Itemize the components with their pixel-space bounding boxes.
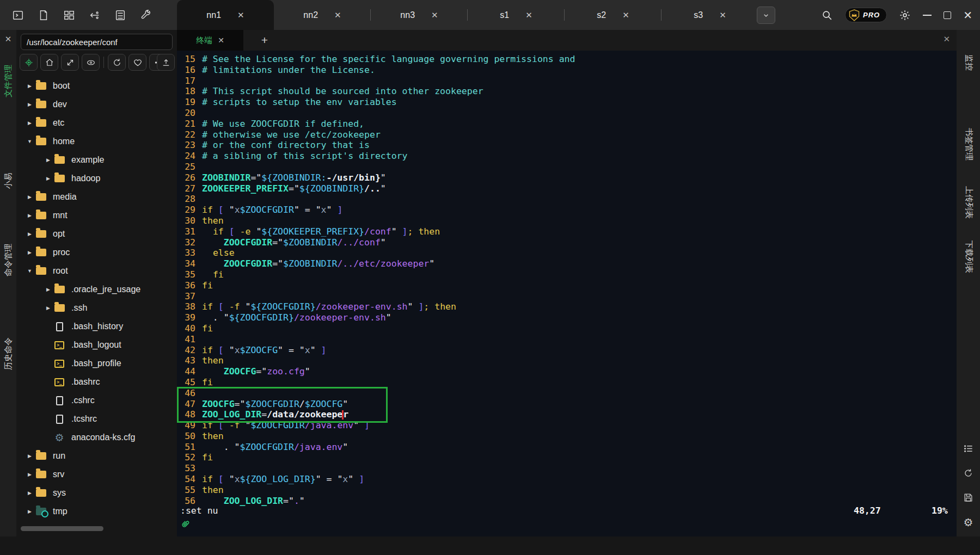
tree-item-.oracle_jre_usage[interactable]: ▶.oracle_jre_usage	[16, 280, 177, 299]
tree-expand-arrow[interactable]: ▶	[25, 453, 34, 459]
tree-item-label: sys	[53, 488, 66, 498]
tab-nn1[interactable]: nn1✕	[177, 0, 274, 30]
tree-item-boot[interactable]: ▶boot	[16, 77, 177, 95]
settings-button[interactable]	[899, 9, 911, 21]
right-strip-tab-3[interactable]: 上传列表	[963, 186, 973, 219]
maximize-button[interactable]	[944, 11, 951, 19]
tree-expand-arrow[interactable]: ▶	[25, 490, 34, 496]
tree-item-opt[interactable]: ▶opt	[16, 225, 177, 243]
new-terminal-tab-button[interactable]: +	[258, 33, 272, 47]
tab-close-icon[interactable]: ✕	[237, 10, 244, 20]
tree-item-.tcshrc[interactable]: .tcshrc	[16, 410, 177, 428]
layout-button[interactable]	[62, 8, 76, 22]
minimize-button[interactable]	[923, 15, 932, 16]
tree-item-label: dev	[53, 100, 67, 109]
left-strip-tab-2[interactable]: 小易	[3, 172, 14, 189]
attachment-icon[interactable]	[181, 520, 192, 533]
tree-item-media[interactable]: ▶media	[16, 188, 177, 206]
tab-dropdown-button[interactable]	[757, 7, 775, 24]
tree-expand-arrow[interactable]: ▶	[25, 194, 34, 200]
code-line-24: 24# a sibling of this script's directory	[177, 151, 957, 162]
tree-item-.bash_profile[interactable]: >_.bash_profile	[16, 354, 177, 373]
terminal-tab[interactable]: 终端 ✕	[177, 30, 243, 51]
file-button[interactable]	[36, 8, 51, 22]
vim-command-line: :set nu	[180, 505, 218, 516]
search-button[interactable]	[821, 9, 833, 21]
right-strip-tab-2[interactable]: 书签管理	[963, 128, 973, 161]
left-strip-tab-3[interactable]: 命令管理	[3, 244, 14, 276]
left-sidebar-close-icon[interactable]: ✕	[0, 34, 16, 44]
code-line-17: 17	[177, 76, 957, 87]
sidebar-settings-button[interactable]: ⚙	[957, 517, 980, 528]
tree-item-tmp[interactable]: ▶tmp	[16, 502, 177, 521]
left-strip-tab-4[interactable]: 历史命令	[3, 337, 14, 370]
tree-expand-arrow[interactable]: ▼	[25, 268, 34, 274]
code-line-35: 35 fi	[177, 269, 957, 280]
new-terminal-button[interactable]	[11, 8, 25, 22]
tree-expand-arrow[interactable]: ▶	[25, 509, 34, 514]
tree-expand-arrow[interactable]: ▶	[25, 213, 34, 218]
tree-item-etc[interactable]: ▶etc	[16, 114, 177, 132]
tree-expand-arrow[interactable]: ▶	[44, 305, 53, 311]
save-button[interactable]	[957, 492, 980, 503]
upload-button[interactable]	[157, 54, 175, 71]
tree-item-proc[interactable]: ▶proc	[16, 243, 177, 262]
tree-item-.bashrc[interactable]: >_.bashrc	[16, 373, 177, 391]
tab-close-icon[interactable]: ✕	[719, 10, 726, 20]
tree-expand-arrow[interactable]: ▶	[25, 231, 34, 237]
tree-expand-arrow[interactable]: ▶	[25, 120, 34, 126]
tree-item-home[interactable]: ▼home	[16, 132, 177, 151]
right-strip-tab-1[interactable]: 监控	[963, 54, 973, 71]
pro-badge[interactable]: PRO	[845, 8, 887, 22]
tab-nn2[interactable]: nn2✕	[274, 0, 371, 30]
tree-item-anaconda-ks.cfg[interactable]: ⚙anaconda-ks.cfg	[16, 428, 177, 447]
tree-item-dev[interactable]: ▶dev	[16, 95, 177, 114]
tree-expand-arrow[interactable]: ▶	[25, 472, 34, 477]
tree-item-mnt[interactable]: ▶mnt	[16, 206, 177, 225]
task-list-button[interactable]	[957, 443, 980, 454]
horizontal-scrollbar[interactable]	[21, 526, 103, 531]
tree-item-.cshrc[interactable]: .cshrc	[16, 391, 177, 410]
tree-item-sys[interactable]: ▶sys	[16, 484, 177, 502]
terminal-panel-close-icon[interactable]: ✕	[943, 34, 950, 44]
tree-item-root[interactable]: ▼root	[16, 262, 177, 280]
close-button[interactable]: ✕	[963, 10, 972, 21]
tab-close-icon[interactable]: ✕	[525, 10, 532, 20]
tab-s3[interactable]: s3✕	[661, 0, 758, 30]
path-input[interactable]	[21, 34, 173, 50]
tree-expand-arrow[interactable]: ▶	[44, 287, 53, 292]
vim-editor[interactable]: 15# See the License for the specific lan…	[177, 54, 957, 506]
tree-expand-arrow[interactable]: ▶	[25, 102, 34, 107]
remote-connect-button[interactable]	[88, 8, 102, 22]
right-strip-tab-4[interactable]: 下载列表	[963, 240, 973, 273]
left-strip-tab-1[interactable]: 文件管理	[3, 65, 14, 97]
tab-nn3[interactable]: nn3✕	[371, 0, 468, 30]
sync-button[interactable]	[957, 468, 980, 478]
tree-expand-arrow[interactable]: ▼	[25, 139, 34, 144]
tree-expand-arrow[interactable]: ▶	[25, 83, 34, 89]
terminal-tab-close-icon[interactable]: ✕	[218, 36, 224, 45]
tab-close-icon[interactable]: ✕	[334, 10, 341, 20]
tree-item-.bash_logout[interactable]: >_.bash_logout	[16, 336, 177, 354]
tree-expand-arrow[interactable]: ▶	[25, 250, 34, 255]
refresh-button[interactable]	[108, 54, 126, 71]
tree-expand-arrow[interactable]: ▶	[44, 176, 53, 181]
tree-item-example[interactable]: ▶example	[16, 151, 177, 169]
tools-button[interactable]	[139, 8, 153, 22]
tab-s2[interactable]: s2✕	[565, 0, 661, 30]
tree-item-.ssh[interactable]: ▶.ssh	[16, 299, 177, 317]
switch-view-button[interactable]	[61, 54, 79, 71]
locate-button[interactable]	[20, 54, 38, 71]
home-button[interactable]	[40, 54, 58, 71]
tab-close-icon[interactable]: ✕	[431, 10, 438, 20]
favorite-button[interactable]	[128, 54, 146, 71]
tree-item-srv[interactable]: ▶srv	[16, 465, 177, 484]
tree-item-hadoop[interactable]: ▶hadoop	[16, 169, 177, 188]
server-list-button[interactable]	[113, 8, 127, 22]
tab-s1[interactable]: s1✕	[468, 0, 565, 30]
tree-item-.bash_history[interactable]: .bash_history	[16, 317, 177, 336]
preview-button[interactable]	[82, 54, 100, 71]
tree-expand-arrow[interactable]: ▶	[44, 157, 53, 163]
tab-close-icon[interactable]: ✕	[622, 10, 629, 20]
tree-item-run[interactable]: ▶run	[16, 447, 177, 465]
